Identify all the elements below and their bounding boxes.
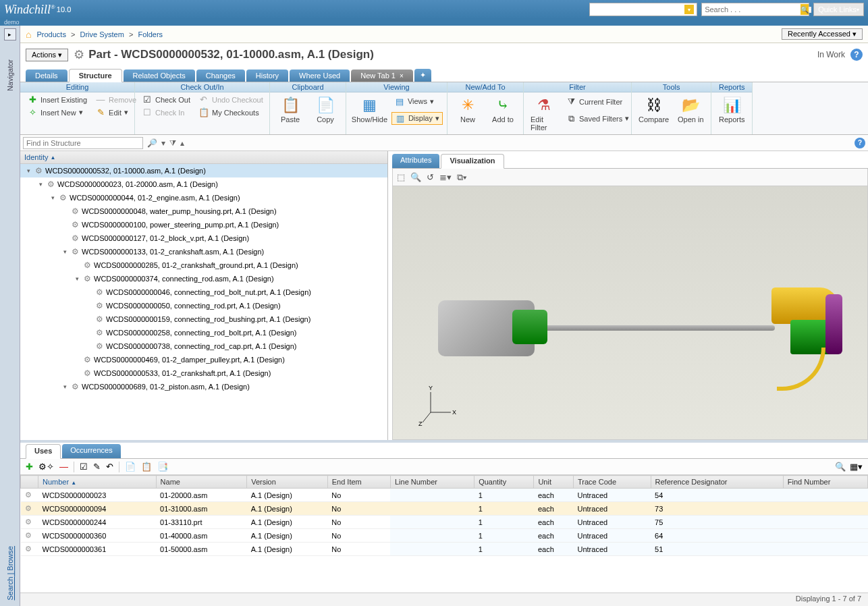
expand-icon[interactable] [85,302,93,309]
breadcrumb-item[interactable]: Folders [138,30,163,38]
col-header[interactable]: Version [247,476,328,489]
uses-paste-icon[interactable]: 📋 [141,462,152,472]
col-header[interactable]: Reference Designator [651,476,783,489]
tab-structure[interactable]: Structure [69,69,122,82]
tree-node[interactable]: ▾⚙WCDS0000000374, connecting_rod.asm, A.… [20,272,387,285]
undo-checkout-button[interactable]: ↶Undo Checkout [196,94,266,105]
cell-qty[interactable]: 1 [474,529,534,543]
expand-icon[interactable] [85,316,93,323]
uses-search-icon[interactable]: 🔍 [835,462,846,472]
vis-options-icon[interactable]: ⧉▾ [457,172,466,183]
cell-qty[interactable]: 1 [474,489,534,502]
uses-paste2-icon[interactable]: 📑 [157,462,168,472]
tree-header-identity[interactable]: Identity▲ [20,151,387,164]
uses-copy-icon[interactable]: 📄 [125,462,136,472]
vis-select-icon[interactable]: ⬚ [397,172,405,182]
search-icon[interactable]: 🔍 [801,4,809,15]
col-header[interactable] [21,476,38,489]
tab-details[interactable]: Details [26,70,67,82]
breadcrumb-item[interactable]: Drive System [80,30,124,38]
vis-tools-icon[interactable]: ≣▾ [439,172,452,182]
uses-remove-icon[interactable]: — [59,462,68,472]
insert-new-button[interactable]: ✧Insert New ▾ [24,107,90,118]
new-button[interactable]: ✳New [452,94,484,125]
tree-node[interactable]: ▾⚙WCDS0000000023, 01-20000.asm, A.1 (Des… [20,177,387,191]
uses-columns-icon[interactable]: ▦▾ [850,462,863,472]
expand-icon[interactable] [73,262,81,269]
tree-node[interactable]: ⚙WCDS0000000050, connecting_rod.prt, A.1… [20,299,387,312]
help-icon[interactable]: ? [850,49,863,61]
expand-icon[interactable] [61,235,69,242]
tree-node[interactable]: ▾⚙WCDS0000000133, 01-2_crankshaft.asm, A… [20,245,387,258]
expand-icon[interactable]: ▾ [36,181,45,188]
cell-trace[interactable]: Untraced [574,489,651,502]
scope-selector[interactable]: Part, Document, CAD D... ▾ [589,3,697,16]
col-header[interactable]: Line Number [390,476,474,489]
cell-trace[interactable]: Untraced [574,543,651,556]
vis-zoom-icon[interactable]: 🔍 [410,172,421,182]
tree-node[interactable]: ⚙WCDS0000000738, connecting_rod_cap.prt,… [20,339,387,353]
expand-icon[interactable]: ▾ [24,167,32,174]
cell-unit[interactable]: each [534,529,574,543]
actions-button[interactable]: Actions ▾ [26,49,68,61]
cell-qty[interactable]: 1 [474,502,534,516]
tree-node[interactable]: ⚙WCDS0000000469, 01-2_damper_pulley.prt,… [20,353,387,366]
table-row[interactable]: ⚙WCDS000000036001-40000.asmA.1 (Design)N… [21,529,868,543]
cell-linenum[interactable] [390,502,474,516]
tree-node[interactable]: ⚙WCDS0000000100, power_steering_pump.prt… [20,218,387,231]
cell-unit[interactable]: each [534,502,574,516]
col-header[interactable]: Number ▲ [38,476,157,489]
col-header[interactable]: Name [156,476,247,489]
tree-node[interactable]: ⚙WCDS0000000285, 01-2_crankshaft_ground.… [20,258,387,272]
home-icon[interactable]: ⌂ [26,29,31,40]
table-row[interactable]: ⚙WCDS000000002301-20000.asmA.1 (Design)N… [21,489,868,502]
cell-refdes[interactable]: 54 [651,489,783,502]
find-input[interactable] [23,137,143,149]
expand-icon[interactable] [85,289,93,296]
tab-add-button[interactable]: ✦ [414,69,431,82]
uses-gear-icon[interactable]: ⚙✧ [38,462,54,472]
cell-linenum[interactable] [390,543,474,556]
tab-close-icon[interactable]: × [400,72,404,80]
copy-button[interactable]: 📄Copy [309,94,342,125]
tab-changes[interactable]: Changes [196,70,245,82]
checkout-button[interactable]: ☑Check Out [139,94,193,105]
tree-node[interactable]: ⚙WCDS0000000048, water_pump_housing.prt,… [20,204,387,218]
cell-findnum[interactable] [783,543,867,556]
cell-qty[interactable]: 1 [474,516,534,529]
reports-button[interactable]: 📊Reports [715,94,748,125]
tab-history[interactable]: History [246,70,288,82]
recently-accessed-button[interactable]: Recently Accessed ▾ [782,28,863,40]
cell-findnum[interactable] [783,502,867,516]
expand-icon[interactable]: ▾ [61,248,69,255]
tree-node[interactable]: ⚙WCDS0000000159, connecting_rod_bushing.… [20,312,387,326]
remove-button[interactable]: —Remove [92,94,139,105]
views-button[interactable]: ▤Views ▾ [391,96,443,107]
addto-button[interactable]: ⤷Add to [487,94,519,125]
find-help-icon[interactable]: ? [855,138,865,148]
cell-refdes[interactable]: 75 [651,516,783,529]
cell-findnum[interactable] [783,489,867,502]
display-button[interactable]: ▥Display▾ [391,112,443,125]
cell-linenum[interactable] [390,529,474,543]
edit-button[interactable]: ✎Edit ▾ [92,107,139,118]
col-header[interactable]: Unit [534,476,574,489]
expand-icon[interactable] [73,370,81,377]
paste-button[interactable]: 📋Paste [274,94,306,125]
cell-trace[interactable]: Untraced [574,502,651,516]
uses-checkout-icon[interactable]: ☑ [80,462,88,472]
editfilter-button[interactable]: ⚗Edit Filter [528,94,560,133]
tab-whereused[interactable]: Where Used [290,70,350,82]
uses-add-icon[interactable]: ✚ [26,462,33,472]
tab-visualization[interactable]: Visualization [441,154,504,169]
rail-search-link[interactable]: Search [6,577,14,601]
expand-icon[interactable] [85,329,93,336]
search-input[interactable] [702,5,801,13]
expand-icon[interactable] [61,208,69,215]
expand-icon[interactable] [73,356,81,363]
find-sort-icon[interactable]: ▴ [180,138,184,148]
quick-links-button[interactable]: Quick Links ▾ [813,3,864,16]
col-header[interactable]: Quantity [474,476,534,489]
currentfilter-button[interactable]: ⧩Current Filter [563,96,632,108]
expand-navigator-button[interactable]: ▸ [4,28,16,40]
